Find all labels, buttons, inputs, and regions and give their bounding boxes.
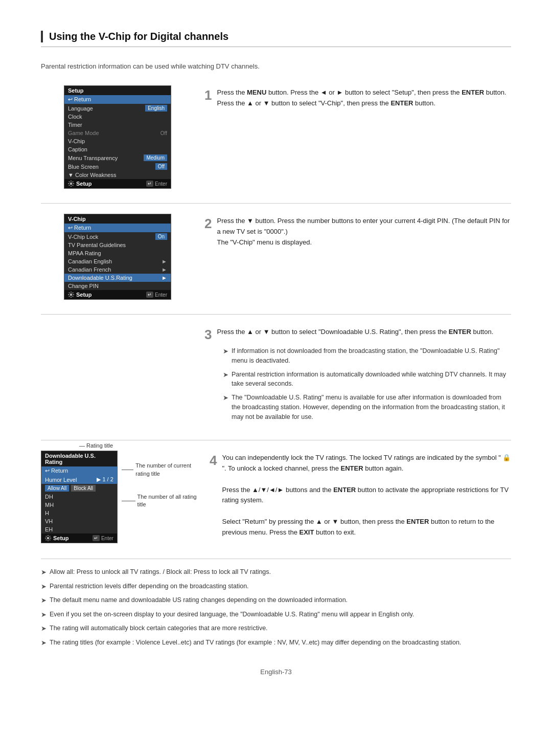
- bottom-note-3: ➤ The default menu name and downloadable…: [41, 595, 511, 606]
- setup-blue-screen: Blue Screen Off: [64, 162, 171, 171]
- downloadable-menu-header: Downloadable U.S. Rating: [41, 451, 117, 466]
- svg-point-2: [47, 537, 50, 540]
- step-3-divider: [41, 440, 511, 440]
- svg-point-0: [70, 183, 73, 185]
- vchip-canadian-english: Canadian English ►: [64, 257, 171, 265]
- vchip-mpaa: MPAA Rating: [64, 249, 171, 257]
- setup-game-mode: Game Mode Off: [64, 129, 171, 137]
- dl-h: H: [41, 509, 117, 517]
- note-3-1: ➤ If information is not downloaded from …: [223, 346, 511, 366]
- dl-humor: Humor Level ▶ 1 / 2: [41, 475, 117, 484]
- step-4: — Rating title Downloadable U.S. Rating …: [41, 451, 511, 543]
- step-number-1: 1: [204, 87, 212, 102]
- vchip-tv-parental: TV Parental Guidelines: [64, 241, 171, 249]
- vchip-return: ↩ Return: [64, 224, 171, 232]
- setup-return: ↩ Return: [64, 95, 171, 104]
- dl-menu-footer: Setup ↵ Enter: [41, 533, 117, 543]
- step-2: V-Chip ↩ Return V-Chip Lock On TV Parent…: [41, 214, 511, 300]
- allow-all-button[interactable]: Allow All: [45, 485, 69, 492]
- note-3-3: ➤ The "Downloadable U.S. Rating" menu is…: [223, 393, 511, 421]
- page-footer: English-73: [41, 668, 511, 676]
- vchip-canadian-french: Canadian French ►: [64, 265, 171, 274]
- page-number: English-73: [260, 668, 291, 676]
- annotation-all: The number of all rating title: [122, 493, 199, 509]
- setup-vchip: V-Chip: [64, 137, 171, 145]
- step-3-notes: ➤ If information is not downloaded from …: [223, 346, 511, 421]
- downloadable-menu: Downloadable U.S. Rating ↩ Return Humor …: [41, 451, 118, 543]
- step-number-2: 2: [204, 216, 212, 230]
- dl-allow-block[interactable]: Allow All Block All: [41, 484, 117, 493]
- step-4-menu: — Rating title Downloadable U.S. Rating …: [41, 451, 199, 543]
- step-3: 3 Press the ▲ or ▼ button to select "Dow…: [41, 325, 511, 426]
- bottom-note-5: ➤ The rating will automatically block ce…: [41, 624, 511, 634]
- step-4-text: You can independently lock the TV rating…: [222, 453, 511, 538]
- annotation-current: The number of current rating title: [122, 462, 199, 478]
- step-3-content: 3 Press the ▲ or ▼ button to select "Dow…: [204, 325, 511, 426]
- svg-point-1: [70, 294, 73, 296]
- bottom-notes: ➤ Allow all: Press to unlock all TV rati…: [41, 559, 511, 648]
- bottom-note-1: ➤ Allow all: Press to unlock all TV rati…: [41, 567, 511, 577]
- setup-color-weakness: ▼ Color Weakness: [64, 171, 171, 179]
- vchip-menu-header: V-Chip: [64, 214, 171, 224]
- step-number-3: 3: [204, 327, 212, 341]
- setup-menu-footer: Setup ↵ Enter: [64, 179, 171, 188]
- setup-language: Language English: [64, 104, 171, 113]
- setup-timer: Timer: [64, 121, 171, 129]
- setup-menu-header: Setup: [64, 86, 171, 95]
- vchip-menu: V-Chip ↩ Return V-Chip Lock On TV Parent…: [64, 214, 171, 300]
- setup-menu: Setup ↩ Return Language English Clock Ti…: [64, 85, 171, 189]
- vchip-menu-footer: Setup ↵ Enter: [64, 290, 171, 299]
- step-3-text: Press the ▲ or ▼ button to select "Downl…: [217, 327, 493, 338]
- dl-return: ↩ Return: [41, 466, 117, 475]
- step-4-content: 4 You can independently lock the TV rati…: [210, 451, 511, 538]
- step-1-text: Press the MENU button. Press the ◄ or ► …: [217, 87, 506, 109]
- dl-eh: EH: [41, 525, 117, 533]
- step-2-menu: V-Chip ↩ Return V-Chip Lock On TV Parent…: [41, 214, 194, 300]
- setup-menu-transparency: Menu Transparency Medium: [64, 153, 171, 162]
- bottom-note-4: ➤ Even if you set the on-screen display …: [41, 610, 511, 620]
- annotation-all-label: The number of all rating title: [137, 493, 199, 509]
- step-2-content: 2 Press the ▼ button. Press the number b…: [204, 214, 511, 248]
- page-subtitle: Parental restriction information can be …: [41, 62, 511, 70]
- bottom-note-2: ➤ Parental restriction levels differ dep…: [41, 582, 511, 592]
- page-title-section: Using the V-Chip for Digital channels: [41, 31, 511, 42]
- vchip-change-pin: Change PIN: [64, 282, 171, 290]
- title-divider: [41, 47, 511, 47]
- step-1-divider: [41, 203, 511, 204]
- note-3-2: ➤ Parental restriction information is au…: [223, 370, 511, 389]
- dl-vh: VH: [41, 517, 117, 525]
- bottom-note-6: ➤ The rating titles (for example : Viole…: [41, 638, 511, 648]
- setup-caption: Caption: [64, 145, 171, 153]
- rating-menu-area: — Rating title Downloadable U.S. Rating …: [41, 451, 199, 543]
- page-title: Using the V-Chip for Digital channels: [49, 31, 511, 42]
- rating-title-label: — Rating title: [79, 442, 113, 449]
- annotations: The number of current rating title The n…: [122, 451, 199, 509]
- step-2-divider: [41, 314, 511, 315]
- vchip-lock: V-Chip Lock On: [64, 232, 171, 241]
- step-1-content: 1 Press the MENU button. Press the ◄ or …: [204, 85, 511, 109]
- annotation-current-label: The number of current rating title: [135, 462, 199, 478]
- step-1: Setup ↩ Return Language English Clock Ti…: [41, 85, 511, 189]
- step-2-text: Press the ▼ button. Press the number but…: [217, 216, 511, 248]
- vchip-downloadable: Downloadable U.S.Rating ►: [64, 274, 171, 282]
- step-1-menu: Setup ↩ Return Language English Clock Ti…: [41, 85, 194, 189]
- setup-clock: Clock: [64, 113, 171, 121]
- dl-mh: MH: [41, 501, 117, 509]
- step-number-4: 4: [210, 453, 217, 467]
- dl-dh: DH: [41, 493, 117, 501]
- block-all-button[interactable]: Block All: [71, 485, 96, 492]
